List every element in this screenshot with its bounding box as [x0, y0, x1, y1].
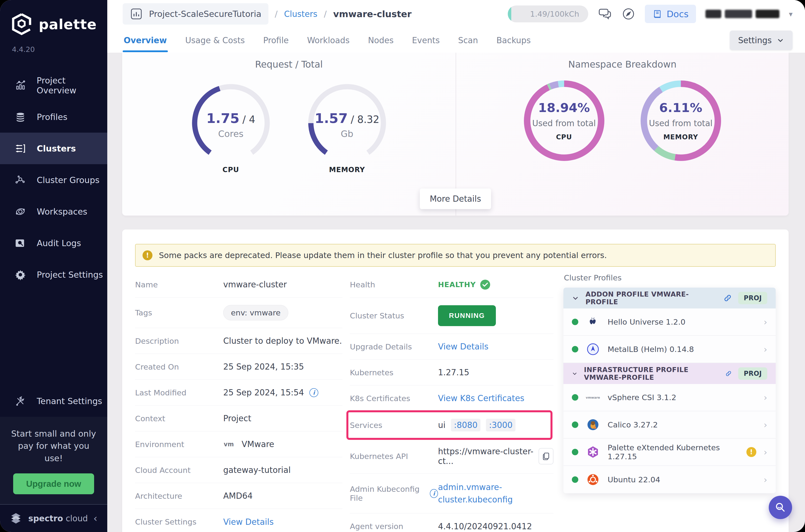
row-cluster-settings: Cluster Settings View Details: [135, 509, 342, 532]
sidebar-item-label: Profiles: [37, 112, 67, 122]
compass-icon[interactable]: [621, 7, 635, 21]
breadcrumb-separator: /: [275, 9, 277, 19]
collapse-sidebar-icon[interactable]: ‹: [93, 513, 97, 524]
row-kubernetes: Kubernetes 1.27.15: [350, 360, 554, 385]
chevron-right-icon: ›: [764, 344, 767, 355]
copy-button[interactable]: [539, 448, 554, 464]
infrastructure-profile-header[interactable]: INFRASTRUCTURE PROFILE VMWARE-PROFILE PR…: [563, 363, 776, 384]
copy-icon: [542, 452, 550, 460]
sidebar-item-cluster-groups[interactable]: Cluster Groups: [0, 164, 107, 196]
row-last-modified: Last Modified 25 Sep 2024, 15:54 i: [135, 380, 342, 405]
view-details-link[interactable]: View Details: [223, 517, 274, 527]
sidebar-item-workspaces[interactable]: Workspaces: [0, 196, 107, 227]
user-menu-chevron-down-icon[interactable]: ▾: [789, 10, 792, 18]
memory-gauge: 1.57 / 8.32 Gb MEMORY: [305, 80, 389, 174]
warning-icon: !: [142, 250, 152, 260]
sidebar-item-project-settings[interactable]: Project Settings: [0, 259, 107, 290]
tools-icon: [14, 395, 27, 407]
chevron-right-icon: ›: [764, 447, 767, 457]
cluster-profiles-panel: ADDON PROFILE VMWARE-PROFILE PROJ: [563, 288, 776, 493]
ubuntu-icon: [586, 473, 600, 486]
chevron-down-icon: [572, 294, 579, 302]
breadcrumb-cluster-name: vmware-cluster: [333, 9, 412, 19]
tab-backups[interactable]: Backups: [495, 30, 532, 51]
promo-text: Start small and only pay for what you us…: [7, 428, 100, 464]
tab-scan[interactable]: Scan: [457, 30, 479, 51]
sidebar: palette 4.4.20 Project Overview: [0, 0, 107, 532]
profile-pack-ubuntu[interactable]: Ubuntu 22.04 ›: [563, 466, 776, 493]
project-selector[interactable]: Project-ScaleSecureTutoria: [123, 3, 268, 24]
status-dot-green: [572, 449, 578, 455]
spectro-cloud-label: spectro cloud: [28, 514, 88, 523]
settings-button[interactable]: Settings: [730, 31, 792, 50]
kubeconfig-download-link[interactable]: admin.vmware-cluster.kubeconfig: [438, 481, 537, 506]
row-kubernetes-api: Kubernetes API https://vmware-cluster-ct…: [350, 439, 554, 474]
content-area: Request / Total 1.75 / 4 Cores: [107, 53, 805, 532]
docs-button[interactable]: Docs: [645, 5, 696, 23]
profile-pack-vsphere-csi[interactable]: vmware vSphere CSI 3.1.2 ›: [563, 384, 776, 411]
sidebar-item-profiles[interactable]: Profiles: [0, 101, 107, 133]
bar-chart-icon: [14, 80, 27, 91]
profile-pack-hello-universe[interactable]: Hello Universe 1.2.0 ›: [563, 308, 776, 336]
profile-pack-palette-extended-kubernetes[interactable]: Palette eXtended Kubernetes 1.27.15 ! ›: [563, 439, 776, 466]
service-port-link[interactable]: :8080: [451, 419, 480, 432]
sidebar-item-label: Project Settings: [37, 270, 103, 280]
sidebar-item-label: Tenant Settings: [37, 396, 102, 406]
tab-workloads[interactable]: Workloads: [306, 30, 351, 51]
network-icon: [14, 174, 27, 186]
row-cluster-status: Cluster Status RUNNING: [350, 298, 554, 334]
namespace-breakdown-section: Namespace Breakdown 18.94% Used from tot…: [456, 53, 789, 215]
profile-pack-metallb[interactable]: MetalLB (Helm) 0.14.8 ›: [563, 336, 776, 363]
pxk-icon: [586, 445, 600, 458]
metallb-icon: [586, 343, 600, 356]
sidebar-footer: spectro cloud ‹: [0, 504, 107, 532]
palette-app-window: palette 4.4.20 Project Overview: [0, 0, 805, 532]
usage-meter: 1.49/100kCh: [508, 5, 588, 22]
sidebar-item-audit-logs[interactable]: Audit Logs: [0, 227, 107, 259]
search-fab-button[interactable]: [769, 496, 792, 519]
view-k8s-certificates-link[interactable]: View K8s Certificates: [438, 394, 524, 403]
check-circle-icon: [480, 279, 491, 290]
chevron-down-icon: [572, 370, 578, 377]
upgrade-now-button[interactable]: Upgrade now: [13, 473, 94, 494]
tab-events[interactable]: Events: [411, 30, 441, 51]
tab-usage-costs[interactable]: Usage & Costs: [184, 30, 246, 51]
sidebar-nav: Project Overview Profiles: [0, 70, 107, 290]
sidebar-item-tenant-settings[interactable]: Tenant Settings: [0, 385, 107, 417]
cpu-gauge-unit: Cores: [218, 129, 243, 139]
breadcrumb-clusters-link[interactable]: Clusters: [284, 9, 317, 19]
row-name: Name vmware-cluster: [135, 272, 342, 298]
info-icon[interactable]: i: [430, 489, 438, 498]
cluster-details-card: ! Some packs are deprecated. Please upda…: [122, 229, 789, 532]
link-icon[interactable]: [724, 294, 732, 302]
row-cloud-account: Cloud Account gateway-tutorial: [135, 457, 342, 483]
row-health: Health HEALTHY: [350, 272, 554, 298]
memory-donut-percent: 6.11%: [659, 100, 702, 115]
spectro-cloud-logo: [9, 511, 23, 525]
proj-scope-badge: PROJ: [738, 292, 767, 304]
upgrade-view-details-link[interactable]: View Details: [438, 342, 488, 352]
namespace-memory-donut: 6.11% Used from total MEMORY: [640, 80, 722, 162]
brand-logo: palette: [0, 0, 107, 35]
sidebar-item-label: Project Overview: [37, 76, 108, 95]
memory-donut-caption: Used from total: [649, 118, 713, 128]
row-tags: Tags env: vmware: [135, 298, 342, 328]
app-version: 4.4.20: [0, 35, 107, 54]
tab-nodes[interactable]: Nodes: [367, 30, 395, 51]
tab-profile[interactable]: Profile: [262, 30, 290, 51]
sidebar-item-project-overview[interactable]: Project Overview: [0, 70, 107, 101]
service-name: ui: [438, 420, 445, 430]
link-icon[interactable]: [725, 369, 732, 378]
top-bar: Project-ScaleSecureTutoria / Clusters / …: [107, 0, 805, 28]
sidebar-item-clusters[interactable]: Clusters: [0, 133, 107, 164]
info-icon[interactable]: i: [309, 388, 318, 397]
status-dot-green: [572, 476, 578, 483]
tab-overview[interactable]: Overview: [123, 30, 168, 51]
cluster-name-value: vmware-cluster: [223, 280, 287, 289]
profile-pack-calico[interactable]: Calico 3.27.2 ›: [563, 411, 776, 439]
more-details-button[interactable]: More Details: [420, 189, 491, 209]
addon-profile-header[interactable]: ADDON PROFILE VMWARE-PROFILE PROJ: [563, 288, 776, 308]
chat-icon[interactable]: [598, 7, 612, 21]
service-port-link[interactable]: :3000: [486, 419, 516, 432]
memory-gauge-value: 1.57: [314, 111, 348, 126]
